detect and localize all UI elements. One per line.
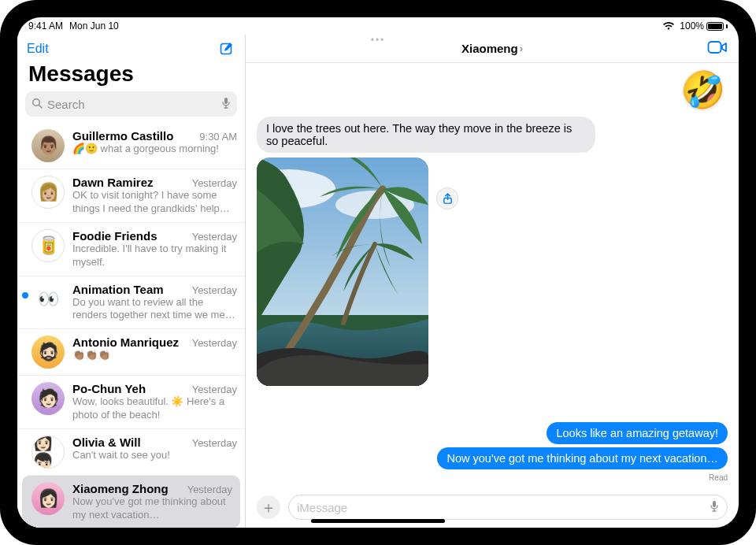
conv-preview: 🌈🙂 what a gorgeous morning!: [72, 143, 237, 156]
conv-preview: 👏🏽👏🏽👏🏽: [72, 349, 237, 362]
svg-rect-4: [709, 42, 721, 53]
battery-percent: 100%: [680, 20, 704, 32]
dictate-icon[interactable]: [710, 500, 719, 515]
unread-dot-icon: [22, 292, 28, 298]
avatar: 🧑🏻: [32, 382, 65, 415]
conv-preview: Can't wait to see you!: [72, 449, 237, 462]
avatar: 🥫: [32, 229, 65, 262]
status-bar: 9:41 AM Mon Jun 10 100%: [17, 17, 739, 35]
conv-time: Yesterday: [192, 384, 237, 395]
compose-button[interactable]: [218, 40, 235, 57]
conv-name: Animation Team: [72, 283, 164, 296]
avatar: 👩🏼: [32, 176, 65, 209]
wifi-icon: [662, 21, 675, 31]
facetime-button[interactable]: [707, 39, 728, 58]
avatar: 🧔🏻: [32, 336, 65, 369]
conv-preview: OK to visit tonight? I have some things …: [72, 189, 237, 216]
message-outgoing[interactable]: Now you've got me thinking about my next…: [437, 447, 728, 469]
chat-header: Xiaomeng ›: [246, 35, 739, 63]
list-item-selected[interactable]: 👩🏻 Xiaomeng ZhongYesterday Now you've go…: [22, 475, 240, 528]
conv-preview: Incredible. I'll have to try making it m…: [72, 243, 237, 269]
conv-name: Antonio Manriquez: [72, 336, 179, 349]
dictate-icon[interactable]: [221, 97, 231, 112]
conv-preview: Do you want to review all the renders to…: [72, 296, 237, 323]
conv-name: Dawn Ramirez: [72, 176, 154, 189]
edit-button[interactable]: Edit: [27, 42, 49, 56]
conv-name: Po-Chun Yeh: [72, 382, 146, 395]
search-placeholder: Search: [47, 98, 85, 111]
message-input[interactable]: iMessage: [288, 495, 728, 520]
list-item[interactable]: 👩🏻👦🏻 Olivia & WillYesterday Can't wait t…: [17, 428, 245, 475]
conv-time: Yesterday: [187, 484, 232, 495]
message-photo[interactable]: [257, 158, 428, 386]
search-input[interactable]: Search: [25, 91, 237, 117]
conversation-list: 👨🏽 Guillermo Castillo9:30 AM 🌈🙂 what a g…: [17, 123, 245, 528]
read-receipt: Read: [709, 473, 728, 482]
conv-name: Foodie Friends: [72, 229, 158, 243]
avatar: 👨🏽: [32, 129, 65, 162]
conv-name: Xiaomeng Zhong: [72, 482, 169, 495]
conv-preview: Now you've got me thinking about my next…: [72, 495, 232, 522]
avatar: 👀: [32, 283, 65, 316]
list-item[interactable]: 👩🏼 Dawn RamirezYesterday OK to visit ton…: [17, 169, 245, 222]
search-icon: [32, 98, 43, 111]
status-date: Mon Jun 10: [69, 20, 119, 32]
svg-rect-10: [713, 501, 716, 507]
conv-time: 9:30 AM: [199, 131, 237, 143]
battery-indicator: 100%: [680, 20, 728, 32]
message-placeholder: iMessage: [297, 501, 347, 514]
list-item[interactable]: 🥫 Foodie FriendsYesterday Incredible. I'…: [17, 222, 245, 276]
conversation-sidebar: Edit Messages Search: [17, 35, 246, 528]
svg-rect-3: [224, 98, 228, 104]
home-indicator[interactable]: [311, 519, 445, 523]
svg-line-2: [39, 105, 43, 108]
conv-preview: Wow, looks beautiful. ☀️ Here's a photo …: [72, 395, 237, 422]
conv-time: Yesterday: [192, 337, 237, 349]
conv-name: Guillermo Castillo: [72, 129, 173, 143]
avatar: 👩🏻: [32, 482, 65, 515]
page-title: Messages: [17, 58, 245, 91]
avatar: 👩🏻👦🏻: [32, 436, 65, 469]
attach-button[interactable]: ＋: [257, 495, 280, 519]
list-item[interactable]: 🧑🏻 Po-Chun YehYesterday Wow, looks beaut…: [17, 375, 245, 428]
chat-title-button[interactable]: Xiaomeng ›: [461, 42, 523, 55]
conv-time: Yesterday: [192, 284, 237, 296]
message-outgoing[interactable]: Looks like an amazing getaway!: [547, 422, 728, 444]
share-button[interactable]: [436, 187, 458, 209]
message-incoming[interactable]: I love the trees out here. The way they …: [257, 117, 595, 153]
chat-pane: Xiaomeng › 🤣 I love the trees out here. …: [246, 35, 739, 528]
chevron-right-icon: ›: [520, 43, 523, 54]
tapback-reaction[interactable]: 🤣: [680, 68, 724, 112]
list-item[interactable]: 🧔🏻 Antonio ManriquezYesterday 👏🏽👏🏽👏🏽: [17, 328, 245, 375]
list-item[interactable]: 👀 Animation TeamYesterday Do you want to…: [17, 276, 245, 329]
list-item[interactable]: 👨🏽 Guillermo Castillo9:30 AM 🌈🙂 what a g…: [17, 123, 245, 169]
conv-time: Yesterday: [192, 177, 237, 189]
conv-time: Yesterday: [192, 437, 237, 449]
status-time: 9:41 AM: [28, 20, 63, 32]
conv-time: Yesterday: [192, 231, 237, 243]
conv-name: Olivia & Will: [72, 436, 141, 449]
